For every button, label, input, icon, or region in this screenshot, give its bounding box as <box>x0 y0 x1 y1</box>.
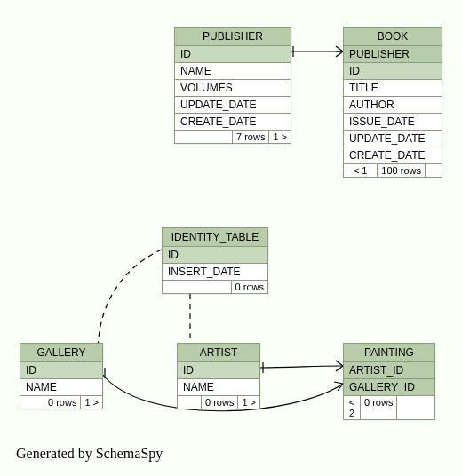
column-publisher-name: NAME <box>175 63 291 80</box>
entity-artist: ARTIST ID NAME 0 rows 1 > <box>177 343 260 409</box>
column-book-publisher: PUBLISHER <box>344 46 442 63</box>
column-book-update-date: UPDATE_DATE <box>344 131 442 147</box>
footer-cell <box>175 131 233 143</box>
column-identity-id: ID <box>163 247 267 264</box>
footer-rowcount: 0 rows <box>361 396 397 419</box>
column-publisher-create-date: CREATE_DATE <box>175 114 291 131</box>
column-publisher-update-date: UPDATE_DATE <box>175 97 291 114</box>
entity-header-gallery: GALLERY <box>20 344 102 362</box>
column-artist-id: ID <box>178 362 259 379</box>
entity-publisher: PUBLISHER ID NAME VOLUMES UPDATE_DATE CR… <box>174 27 291 144</box>
footer-children: 1 > <box>238 396 259 409</box>
entity-header-publisher: PUBLISHER <box>175 28 291 46</box>
entity-identity-table: IDENTITY_TABLE ID INSERT_DATE 0 rows <box>162 227 268 294</box>
footer-rowcount: 0 rows <box>202 396 238 409</box>
column-gallery-name: NAME <box>20 379 102 396</box>
footer-rowcount: 100 rows <box>378 164 426 177</box>
column-book-issue-date: ISSUE_DATE <box>344 114 442 131</box>
column-book-create-date: CREATE_DATE <box>344 147 442 164</box>
footer-cell <box>20 396 44 409</box>
entity-header-book: BOOK <box>344 28 442 46</box>
entity-footer-artist: 0 rows 1 > <box>178 396 259 409</box>
entity-footer-painting: < 2 0 rows <box>344 396 434 419</box>
column-artist-name: NAME <box>178 379 259 396</box>
entity-header-artist: ARTIST <box>178 344 259 362</box>
column-painting-artist-id: ARTIST_ID <box>344 362 434 379</box>
entity-footer-book: < 1 100 rows <box>344 164 442 177</box>
column-book-id: ID <box>344 63 442 80</box>
footer-children: 1 > <box>269 131 291 143</box>
column-painting-gallery-id: GALLERY_ID <box>344 379 434 396</box>
footer-cell <box>426 164 442 177</box>
column-book-author: AUTHOR <box>344 97 442 114</box>
footer-cell <box>178 396 202 409</box>
entity-header-identity-table: IDENTITY_TABLE <box>163 228 267 247</box>
footer-cell <box>163 281 232 293</box>
footer-cell <box>397 396 413 419</box>
footer-children: 1 > <box>81 396 102 409</box>
entity-footer-identity-table: 0 rows <box>163 281 267 293</box>
column-publisher-volumes: VOLUMES <box>175 80 291 97</box>
footer-rowcount: 0 rows <box>44 396 81 409</box>
footer-rowcount: 7 rows <box>233 131 269 143</box>
footer-parents: < 1 <box>344 164 378 177</box>
footer-parents: < 2 <box>344 396 361 419</box>
footer-rowcount: 0 rows <box>232 281 267 293</box>
column-identity-insert-date: INSERT_DATE <box>163 264 267 281</box>
entity-footer-publisher: 7 rows 1 > <box>175 131 291 143</box>
entity-painting: PAINTING ARTIST_ID GALLERY_ID < 2 0 rows <box>343 343 435 420</box>
column-book-title: TITLE <box>344 80 442 97</box>
generated-by-label: Generated by SchemaSpy <box>16 446 163 462</box>
entity-footer-gallery: 0 rows 1 > <box>20 396 102 409</box>
column-publisher-id: ID <box>175 46 291 63</box>
entity-gallery: GALLERY ID NAME 0 rows 1 > <box>20 343 103 409</box>
entity-header-painting: PAINTING <box>344 344 434 362</box>
entity-book: BOOK PUBLISHER ID TITLE AUTHOR ISSUE_DAT… <box>343 27 442 178</box>
column-gallery-id: ID <box>20 362 102 379</box>
